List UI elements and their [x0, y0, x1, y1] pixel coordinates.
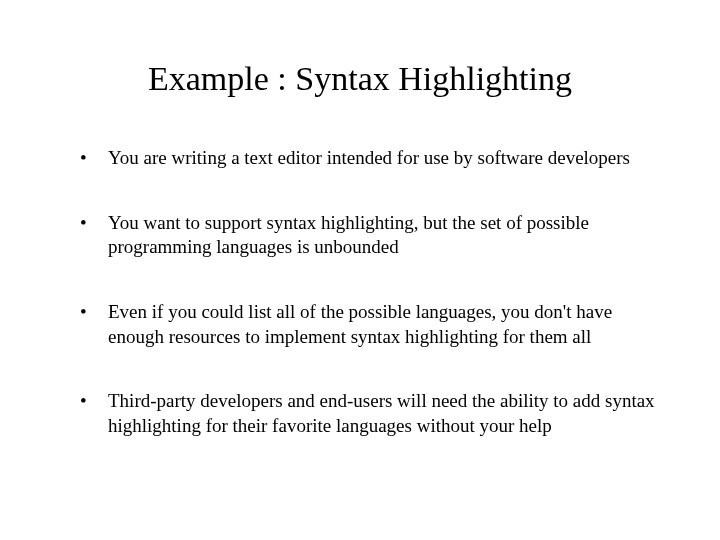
- bullet-list: You are writing a text editor intended f…: [60, 146, 660, 439]
- bullet-item: Third-party developers and end-users wil…: [80, 389, 660, 438]
- bullet-item: Even if you could list all of the possib…: [80, 300, 660, 349]
- slide-title: Example : Syntax Highlighting: [60, 60, 660, 98]
- bullet-item: You are writing a text editor intended f…: [80, 146, 660, 171]
- bullet-item: You want to support syntax highlighting,…: [80, 211, 660, 260]
